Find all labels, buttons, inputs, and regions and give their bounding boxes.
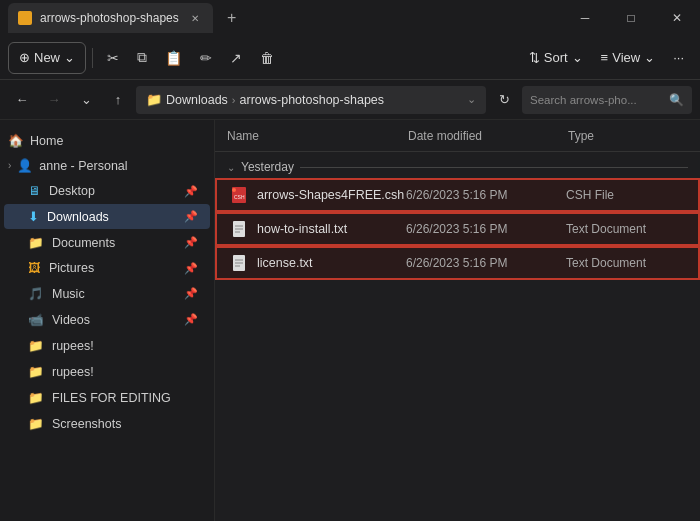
- col-type-header: Type: [568, 129, 688, 143]
- view-chevron-icon: ⌄: [644, 50, 655, 65]
- svg-text:CSH: CSH: [234, 194, 245, 200]
- pin-icon-documents: 📌: [184, 236, 198, 249]
- share-button[interactable]: ↗: [222, 42, 250, 74]
- sort-label: Sort: [544, 50, 568, 65]
- rupees2-icon: 📁: [28, 364, 44, 379]
- sidebar-item-home[interactable]: 🏠 Home: [0, 128, 214, 153]
- sidebar-item-anne[interactable]: › 👤 anne - Personal: [0, 153, 214, 178]
- pin-icon-videos: 📌: [184, 313, 198, 326]
- documents-icon: 📁: [28, 235, 44, 250]
- sidebar-item-documents[interactable]: 📁 Documents 📌: [4, 230, 210, 255]
- cut-button[interactable]: ✂: [99, 42, 127, 74]
- title-bar: arrows-photoshop-shapes ✕ + ─ □ ✕: [0, 0, 700, 36]
- tab-label: arrows-photoshop-shapes: [40, 11, 179, 25]
- sidebar-item-rupees1[interactable]: 📁 rupees!: [4, 333, 210, 358]
- dropdown-nav-button[interactable]: ⌄: [72, 86, 100, 114]
- anne-icon: 👤: [17, 158, 33, 173]
- file-icon-txt2: [229, 253, 249, 273]
- file-row[interactable]: CSH arrows-Shapes4FREE.csh 6/26/2023 5:1…: [215, 178, 700, 212]
- group-chevron-icon: ⌄: [227, 162, 235, 173]
- share-icon: ↗: [230, 50, 242, 66]
- delete-button[interactable]: 🗑: [252, 42, 282, 74]
- sidebar-item-files-editing[interactable]: 📁 FILES FOR EDITING: [4, 385, 210, 410]
- sort-button[interactable]: ⇅ Sort ⌄: [521, 42, 591, 74]
- back-button[interactable]: ←: [8, 86, 36, 114]
- sidebar-label-pictures: Pictures: [49, 261, 94, 275]
- group-label: Yesterday: [241, 160, 294, 174]
- pin-icon-pictures: 📌: [184, 262, 198, 275]
- pictures-icon: 🖼: [28, 261, 41, 275]
- file-name-3: license.txt: [257, 256, 406, 270]
- up-button[interactable]: ↑: [104, 86, 132, 114]
- sidebar-item-desktop[interactable]: 🖥 Desktop 📌: [4, 179, 210, 203]
- refresh-button[interactable]: ↻: [490, 86, 518, 114]
- files-editing-icon: 📁: [28, 390, 44, 405]
- back-icon: ←: [16, 92, 29, 107]
- file-type-2: Text Document: [566, 222, 686, 236]
- path-dropdown-icon[interactable]: ⌄: [467, 93, 476, 106]
- sidebar-item-pictures[interactable]: 🖼 Pictures 📌: [4, 256, 210, 280]
- maximize-button[interactable]: □: [608, 0, 654, 36]
- file-pane: Name Date modified Type ⌄ Yesterday CSH …: [215, 120, 700, 521]
- file-row[interactable]: license.txt 6/26/2023 5:16 PM Text Docum…: [215, 246, 700, 280]
- file-icon-txt1: [229, 219, 249, 239]
- close-button[interactable]: ✕: [654, 0, 700, 36]
- music-icon: 🎵: [28, 286, 44, 301]
- search-icon: 🔍: [669, 93, 684, 107]
- col-name-header: Name: [227, 129, 408, 143]
- paste-button[interactable]: 📋: [157, 42, 190, 74]
- active-tab[interactable]: arrows-photoshop-shapes ✕: [8, 3, 213, 33]
- sidebar-item-downloads[interactable]: ⬇ Downloads 📌: [4, 204, 210, 229]
- svg-point-2: [232, 188, 236, 192]
- path-subfolder: arrows-photoshop-shapes: [240, 93, 385, 107]
- sidebar-item-rupees2[interactable]: 📁 rupees!: [4, 359, 210, 384]
- path-separator-icon: ›: [232, 94, 236, 106]
- sidebar-label-screenshots: Screenshots: [52, 417, 121, 431]
- new-button[interactable]: ⊕ New ⌄: [8, 42, 86, 74]
- rupees1-icon: 📁: [28, 338, 44, 353]
- sidebar-label-music: Music: [52, 287, 85, 301]
- sidebar-item-screenshots[interactable]: 📁 Screenshots: [4, 411, 210, 436]
- toolbar-separator-1: [92, 48, 93, 68]
- group-header-yesterday: ⌄ Yesterday: [215, 152, 700, 178]
- copy-button[interactable]: ⧉: [129, 42, 155, 74]
- desktop-icon: 🖥: [28, 184, 41, 198]
- file-date-1: 6/26/2023 5:16 PM: [406, 188, 566, 202]
- paste-icon: 📋: [165, 50, 182, 66]
- toolbar-right: ⇅ Sort ⌄ ≡ View ⌄ ···: [521, 42, 692, 74]
- delete-icon: 🗑: [260, 50, 274, 66]
- minimize-button[interactable]: ─: [562, 0, 608, 36]
- tab-close-button[interactable]: ✕: [187, 10, 203, 26]
- sidebar-label-rupees2: rupees!: [52, 365, 94, 379]
- address-path[interactable]: 📁 Downloads › arrows-photoshop-shapes ⌄: [136, 86, 486, 114]
- videos-icon: 📹: [28, 312, 44, 327]
- path-downloads: Downloads: [166, 93, 228, 107]
- dropdown-nav-icon: ⌄: [81, 92, 92, 107]
- file-type-3: Text Document: [566, 256, 686, 270]
- anne-label: anne - Personal: [39, 159, 127, 173]
- file-row[interactable]: how-to-install.txt 6/26/2023 5:16 PM Tex…: [215, 212, 700, 246]
- anne-chevron-icon: ›: [8, 160, 11, 171]
- sort-icon: ⇅: [529, 50, 540, 65]
- sidebar-label-rupees1: rupees!: [52, 339, 94, 353]
- pin-icon-downloads: 📌: [184, 210, 198, 223]
- new-tab-button[interactable]: +: [217, 3, 247, 33]
- view-button[interactable]: ≡ View ⌄: [593, 42, 664, 74]
- forward-button[interactable]: →: [40, 86, 68, 114]
- file-icon-csh: CSH: [229, 185, 249, 205]
- new-chevron-icon: ⌄: [64, 50, 75, 65]
- sidebar-label-documents: Documents: [52, 236, 115, 250]
- sidebar-label-files-editing: FILES FOR EDITING: [52, 391, 171, 405]
- downloads-icon: ⬇: [28, 209, 39, 224]
- main-content: 🏠 Home › 👤 anne - Personal 🖥 Desktop 📌 ⬇…: [0, 120, 700, 521]
- search-box[interactable]: Search arrows-pho... 🔍: [522, 86, 692, 114]
- toolbar: ⊕ New ⌄ ✂ ⧉ 📋 ✏ ↗ 🗑 ⇅ Sort ⌄ ≡ View ⌄ ··…: [0, 36, 700, 80]
- more-icon: ···: [673, 50, 684, 65]
- rename-button[interactable]: ✏: [192, 42, 220, 74]
- sidebar-item-videos[interactable]: 📹 Videos 📌: [4, 307, 210, 332]
- sidebar-label-videos: Videos: [52, 313, 90, 327]
- more-button[interactable]: ···: [665, 42, 692, 74]
- home-label: Home: [30, 134, 63, 148]
- sidebar-item-music[interactable]: 🎵 Music 📌: [4, 281, 210, 306]
- sidebar: 🏠 Home › 👤 anne - Personal 🖥 Desktop 📌 ⬇…: [0, 120, 215, 521]
